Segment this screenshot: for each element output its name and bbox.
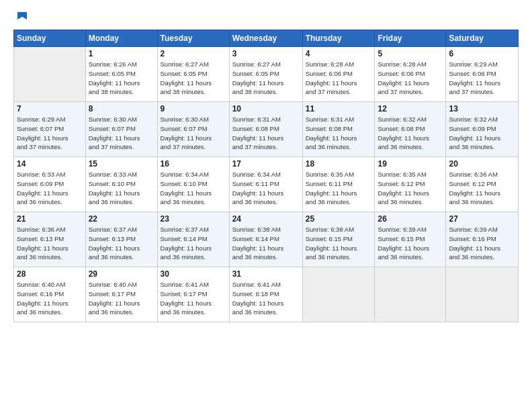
day-info: Sunrise: 6:35 AM Sunset: 6:11 PM Dayligh… <box>306 170 372 207</box>
calendar-cell: 28Sunrise: 6:40 AM Sunset: 6:16 PM Dayli… <box>14 267 86 322</box>
calendar-cell: 27Sunrise: 6:39 AM Sunset: 6:16 PM Dayli… <box>446 212 519 267</box>
calendar-cell <box>375 267 446 322</box>
week-row-3: 14Sunrise: 6:33 AM Sunset: 6:09 PM Dayli… <box>14 157 519 212</box>
calendar-cell: 15Sunrise: 6:33 AM Sunset: 6:10 PM Dayli… <box>85 157 157 212</box>
day-number: 30 <box>161 269 226 279</box>
calendar-cell: 4Sunrise: 6:28 AM Sunset: 6:06 PM Daylig… <box>302 47 375 102</box>
week-row-5: 28Sunrise: 6:40 AM Sunset: 6:16 PM Dayli… <box>14 267 519 322</box>
day-info: Sunrise: 6:39 AM Sunset: 6:16 PM Dayligh… <box>449 225 515 262</box>
calendar-cell <box>14 47 86 102</box>
weekday-friday: Friday <box>375 30 446 47</box>
day-number: 25 <box>306 214 372 224</box>
day-number: 24 <box>232 214 300 224</box>
calendar-cell: 6Sunrise: 6:29 AM Sunset: 6:06 PM Daylig… <box>446 47 519 102</box>
calendar-cell <box>302 267 375 322</box>
weekday-saturday: Saturday <box>446 30 519 47</box>
day-number: 22 <box>89 214 154 224</box>
day-info: Sunrise: 6:27 AM Sunset: 6:05 PM Dayligh… <box>161 60 226 97</box>
day-info: Sunrise: 6:35 AM Sunset: 6:12 PM Dayligh… <box>378 170 443 207</box>
day-number: 15 <box>89 159 154 169</box>
day-number: 13 <box>449 104 515 113</box>
day-info: Sunrise: 6:34 AM Sunset: 6:10 PM Dayligh… <box>161 170 226 207</box>
calendar-cell: 31Sunrise: 6:41 AM Sunset: 6:18 PM Dayli… <box>229 267 302 322</box>
calendar: SundayMondayTuesdayWednesdayThursdayFrid… <box>13 30 519 322</box>
calendar-cell: 19Sunrise: 6:35 AM Sunset: 6:12 PM Dayli… <box>375 157 446 212</box>
day-info: Sunrise: 6:32 AM Sunset: 6:08 PM Dayligh… <box>378 115 443 152</box>
calendar-cell: 9Sunrise: 6:30 AM Sunset: 6:07 PM Daylig… <box>157 102 229 157</box>
day-number: 31 <box>232 269 300 279</box>
day-number: 29 <box>89 269 154 279</box>
day-info: Sunrise: 6:40 AM Sunset: 6:17 PM Dayligh… <box>89 280 154 317</box>
calendar-cell: 21Sunrise: 6:36 AM Sunset: 6:13 PM Dayli… <box>14 212 86 267</box>
day-info: Sunrise: 6:32 AM Sunset: 6:09 PM Dayligh… <box>449 115 515 152</box>
day-info: Sunrise: 6:29 AM Sunset: 6:06 PM Dayligh… <box>449 60 515 97</box>
day-number: 10 <box>232 104 300 113</box>
weekday-tuesday: Tuesday <box>157 30 229 47</box>
weekday-sunday: Sunday <box>14 30 86 47</box>
calendar-cell: 1Sunrise: 6:26 AM Sunset: 6:05 PM Daylig… <box>85 47 157 102</box>
calendar-cell: 18Sunrise: 6:35 AM Sunset: 6:11 PM Dayli… <box>302 157 375 212</box>
calendar-cell: 8Sunrise: 6:30 AM Sunset: 6:07 PM Daylig… <box>85 102 157 157</box>
day-info: Sunrise: 6:33 AM Sunset: 6:10 PM Dayligh… <box>89 170 154 207</box>
calendar-cell: 12Sunrise: 6:32 AM Sunset: 6:08 PM Dayli… <box>375 102 446 157</box>
week-row-1: 1Sunrise: 6:26 AM Sunset: 6:05 PM Daylig… <box>14 47 519 102</box>
day-number: 6 <box>449 49 515 58</box>
calendar-cell: 14Sunrise: 6:33 AM Sunset: 6:09 PM Dayli… <box>14 157 86 212</box>
day-number: 16 <box>161 159 226 169</box>
svg-marker-0 <box>17 12 27 19</box>
day-info: Sunrise: 6:36 AM Sunset: 6:12 PM Dayligh… <box>449 170 515 207</box>
day-number: 2 <box>161 49 226 58</box>
day-number: 23 <box>161 214 226 224</box>
day-info: Sunrise: 6:31 AM Sunset: 6:08 PM Dayligh… <box>232 115 300 152</box>
day-info: Sunrise: 6:34 AM Sunset: 6:11 PM Dayligh… <box>232 170 300 207</box>
day-info: Sunrise: 6:30 AM Sunset: 6:07 PM Dayligh… <box>89 115 154 152</box>
day-info: Sunrise: 6:26 AM Sunset: 6:05 PM Dayligh… <box>89 60 154 97</box>
logo-icon <box>15 11 30 26</box>
calendar-cell: 16Sunrise: 6:34 AM Sunset: 6:10 PM Dayli… <box>157 157 229 212</box>
calendar-cell: 20Sunrise: 6:36 AM Sunset: 6:12 PM Dayli… <box>446 157 519 212</box>
calendar-cell: 5Sunrise: 6:28 AM Sunset: 6:06 PM Daylig… <box>375 47 446 102</box>
calendar-cell: 23Sunrise: 6:37 AM Sunset: 6:14 PM Dayli… <box>157 212 229 267</box>
day-number: 8 <box>89 104 154 113</box>
day-number: 11 <box>306 104 372 113</box>
day-info: Sunrise: 6:30 AM Sunset: 6:07 PM Dayligh… <box>161 115 226 152</box>
day-info: Sunrise: 6:33 AM Sunset: 6:09 PM Dayligh… <box>17 170 83 207</box>
weekday-wednesday: Wednesday <box>229 30 302 47</box>
day-info: Sunrise: 6:41 AM Sunset: 6:18 PM Dayligh… <box>232 280 300 317</box>
day-number: 18 <box>306 159 372 169</box>
calendar-cell: 24Sunrise: 6:38 AM Sunset: 6:14 PM Dayli… <box>229 212 302 267</box>
calendar-cell: 30Sunrise: 6:41 AM Sunset: 6:17 PM Dayli… <box>157 267 229 322</box>
weekday-monday: Monday <box>85 30 157 47</box>
day-number: 3 <box>232 49 300 58</box>
day-number: 17 <box>232 159 300 169</box>
day-info: Sunrise: 6:37 AM Sunset: 6:13 PM Dayligh… <box>89 225 154 262</box>
day-number: 14 <box>17 159 83 169</box>
day-info: Sunrise: 6:39 AM Sunset: 6:15 PM Dayligh… <box>378 225 443 262</box>
day-info: Sunrise: 6:31 AM Sunset: 6:08 PM Dayligh… <box>306 115 372 152</box>
weekday-header-row: SundayMondayTuesdayWednesdayThursdayFrid… <box>14 30 519 47</box>
calendar-cell: 3Sunrise: 6:27 AM Sunset: 6:05 PM Daylig… <box>229 47 302 102</box>
day-number: 21 <box>17 214 83 224</box>
calendar-cell: 26Sunrise: 6:39 AM Sunset: 6:15 PM Dayli… <box>375 212 446 267</box>
logo <box>13 12 30 23</box>
day-number: 7 <box>17 104 83 113</box>
day-info: Sunrise: 6:27 AM Sunset: 6:05 PM Dayligh… <box>232 60 300 97</box>
day-number: 26 <box>378 214 443 224</box>
calendar-cell <box>446 267 519 322</box>
day-info: Sunrise: 6:38 AM Sunset: 6:15 PM Dayligh… <box>306 225 372 262</box>
day-info: Sunrise: 6:41 AM Sunset: 6:17 PM Dayligh… <box>161 280 226 317</box>
calendar-cell: 17Sunrise: 6:34 AM Sunset: 6:11 PM Dayli… <box>229 157 302 212</box>
header <box>13 12 519 23</box>
week-row-4: 21Sunrise: 6:36 AM Sunset: 6:13 PM Dayli… <box>14 212 519 267</box>
calendar-cell: 11Sunrise: 6:31 AM Sunset: 6:08 PM Dayli… <box>302 102 375 157</box>
calendar-cell: 7Sunrise: 6:29 AM Sunset: 6:07 PM Daylig… <box>14 102 86 157</box>
day-info: Sunrise: 6:38 AM Sunset: 6:14 PM Dayligh… <box>232 225 300 262</box>
day-number: 19 <box>378 159 443 169</box>
calendar-cell: 22Sunrise: 6:37 AM Sunset: 6:13 PM Dayli… <box>85 212 157 267</box>
calendar-cell: 25Sunrise: 6:38 AM Sunset: 6:15 PM Dayli… <box>302 212 375 267</box>
calendar-cell: 2Sunrise: 6:27 AM Sunset: 6:05 PM Daylig… <box>157 47 229 102</box>
day-info: Sunrise: 6:28 AM Sunset: 6:06 PM Dayligh… <box>378 60 443 97</box>
day-number: 5 <box>378 49 443 58</box>
day-number: 4 <box>306 49 372 58</box>
day-info: Sunrise: 6:36 AM Sunset: 6:13 PM Dayligh… <box>17 225 83 262</box>
